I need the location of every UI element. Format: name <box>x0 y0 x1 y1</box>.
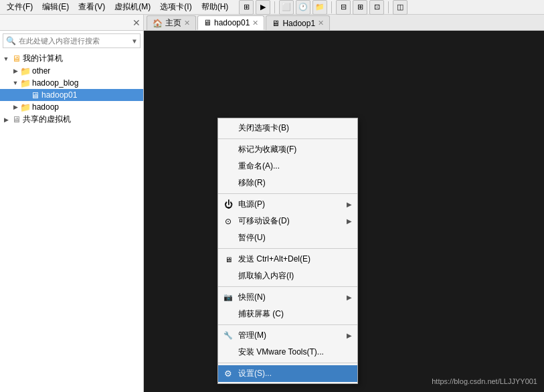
menu-edit[interactable]: 编辑(E) <box>38 0 73 14</box>
ctx-manage-icon: 🔧 <box>222 330 234 342</box>
folder-icon-other: 📁 <box>20 66 31 76</box>
ctx-pause[interactable]: 暂停(U) <box>218 229 357 246</box>
toolbar-sep-3 <box>388 1 389 13</box>
vmware-window: 文件(F) 编辑(E) 查看(V) 虚拟机(M) 选项卡(I) 帮助(H) ⊞ … <box>0 0 544 392</box>
tab-hadoop1-label: Hadoop1 <box>282 19 315 28</box>
main-area: ✕ 🔍 ▼ ▼ 🖥 我的计算机 ▶ 📁 o <box>0 15 544 392</box>
tab-home[interactable]: 🏠 主页 ✕ <box>147 15 196 30</box>
tab-hadoop01[interactable]: 🖥 hadoop01 ✕ <box>197 15 264 30</box>
search-input[interactable] <box>19 37 129 45</box>
tree-item-shared-vms[interactable]: ▶ 🖥 共享的虚拟机 <box>0 113 143 126</box>
ctx-removable-label: 可移动设备(D) <box>238 215 290 227</box>
tab-hadoop1-icon: 🖥 <box>272 19 280 28</box>
tab-home-close[interactable]: ✕ <box>184 19 190 27</box>
expand-icon-hadoop01 <box>20 90 29 100</box>
ctx-manage-arrow: ▶ <box>347 332 352 339</box>
toolbar-btn-8[interactable]: ⊡ <box>369 0 384 15</box>
ctx-manage[interactable]: 🔧 管理(M) ▶ <box>218 327 357 344</box>
tree-item-hadoop01[interactable]: 🖥 hadoop01 <box>0 89 143 101</box>
tabs-bar: 🏠 主页 ✕ 🖥 hadoop01 ✕ 🖥 Hadoop1 ✕ <box>144 15 544 31</box>
search-icon: 🔍 <box>3 36 19 45</box>
expand-icon-other: ▶ <box>11 66 20 76</box>
tab-hadoop1-close[interactable]: ✕ <box>318 19 324 27</box>
sidebar-close-button[interactable]: ✕ <box>132 17 141 28</box>
menu-bar: 文件(F) 编辑(E) 查看(V) 虚拟机(M) 选项卡(I) 帮助(H) ⊞ … <box>0 0 544 15</box>
menu-help[interactable]: 帮助(H) <box>197 0 233 14</box>
ctx-settings[interactable]: ⚙ 设置(S)... <box>218 365 357 382</box>
ctx-power-label: 电源(P) <box>238 199 265 210</box>
menu-view[interactable]: 查看(V) <box>74 0 109 14</box>
ctx-power-icon: ⏻ <box>222 199 234 211</box>
toolbar-btn-6[interactable]: ⊟ <box>336 0 351 15</box>
expand-icon-shared-vms: ▶ <box>1 115 11 124</box>
ctx-settings-icon: ⚙ <box>222 368 234 380</box>
ctx-power-arrow: ▶ <box>347 201 352 208</box>
tree-label-other: other <box>32 66 50 76</box>
ctx-remove-label: 移除(R) <box>238 177 266 189</box>
ctx-sep-1 <box>218 138 357 139</box>
sidebar-header: ✕ <box>0 15 143 31</box>
ctx-power[interactable]: ⏻ 电源(P) ▶ <box>218 196 357 213</box>
tab-hadoop01-label: hadoop01 <box>214 18 250 27</box>
ctx-send-cad[interactable]: 🖥 发送 Ctrl+Alt+Del(E) <box>218 251 357 268</box>
toolbar-btn-7[interactable]: ⊞ <box>353 0 367 15</box>
sidebar: ✕ 🔍 ▼ ▼ 🖥 我的计算机 ▶ 📁 o <box>0 15 144 392</box>
shared-icon: 🖥 <box>11 114 21 125</box>
tree-label-shared-vms: 共享的虚拟机 <box>23 114 71 125</box>
ctx-snapshot-label: 快照(N) <box>238 292 266 303</box>
menu-vm[interactable]: 虚拟机(M) <box>110 0 155 14</box>
ctx-capture-screen[interactable]: 捕获屏幕 (C) <box>218 306 357 322</box>
context-menu: 关闭选项卡(B) 标记为收藏项(F) 重命名(A)... 移除(R) ⏻ <box>217 118 358 384</box>
toolbar-sep-1 <box>274 1 275 13</box>
toolbar-btn-9[interactable]: ◫ <box>393 0 407 15</box>
expand-icon-hadoop-blog: ▼ <box>11 78 20 88</box>
tab-home-icon: 🏠 <box>153 19 163 28</box>
search-dropdown-icon[interactable]: ▼ <box>129 37 140 45</box>
tree-item-hadoop[interactable]: ▶ 📁 hadoop <box>0 101 143 113</box>
ctx-removable[interactable]: ⊙ 可移动设备(D) ▶ <box>218 213 357 229</box>
ctx-grab-input-label: 抓取输入内容(I) <box>238 270 294 282</box>
ctx-removable-icon: ⊙ <box>222 215 234 227</box>
tab-hadoop1[interactable]: 🖥 Hadoop1 ✕ <box>266 15 330 30</box>
search-box: 🔍 ▼ <box>3 33 141 48</box>
ctx-removable-arrow: ▶ <box>347 217 352 225</box>
tab-hadoop01-close[interactable]: ✕ <box>252 19 258 27</box>
tree-item-my-computer[interactable]: ▼ 🖥 我的计算机 <box>0 52 143 65</box>
ctx-rename[interactable]: 重命名(A)... <box>218 158 357 175</box>
ctx-sep-2 <box>218 193 357 194</box>
tree-label-my-computer: 我的计算机 <box>23 53 63 64</box>
tree-item-hadoop-blog[interactable]: ▼ 📁 hadoop_blog <box>0 77 143 89</box>
tree-label-hadoop-blog: hadoop_blog <box>32 78 78 88</box>
tab-hadoop01-icon: 🖥 <box>203 18 211 27</box>
toolbar-btn-2[interactable]: ▶ <box>256 0 270 15</box>
toolbar-btn-1[interactable]: ⊞ <box>239 0 254 15</box>
file-tree: ▼ 🖥 我的计算机 ▶ 📁 other ▼ 📁 hadoop_blog <box>0 51 143 392</box>
folder-icon-my-computer: 🖥 <box>11 54 21 64</box>
ctx-bookmark-label: 标记为收藏项(F) <box>238 144 296 155</box>
right-panel: 🏠 主页 ✕ 🖥 hadoop01 ✕ 🖥 Hadoop1 ✕ <box>144 15 544 392</box>
ctx-sep-6 <box>218 363 357 363</box>
ctx-settings-label: 设置(S)... <box>238 368 272 379</box>
ctx-send-cad-icon: 🖥 <box>222 254 234 266</box>
tree-label-hadoop: hadoop <box>32 102 59 112</box>
folder-icon-hadoop: 📁 <box>20 102 31 112</box>
expand-icon-my-computer: ▼ <box>1 54 11 64</box>
ctx-pause-label: 暂停(U) <box>238 232 266 243</box>
ctx-grab-input[interactable]: 抓取输入内容(I) <box>218 268 357 284</box>
toolbar-btn-3[interactable]: ⬜ <box>279 0 294 15</box>
ctx-remove[interactable]: 移除(R) <box>218 175 357 191</box>
ctx-capture-screen-label: 捕获屏幕 (C) <box>238 308 284 320</box>
ctx-close-tab[interactable]: 关闭选项卡(B) <box>218 120 357 136</box>
toolbar-btn-4[interactable]: 🕐 <box>296 0 310 15</box>
menu-tab[interactable]: 选项卡(I) <box>156 0 195 14</box>
menu-file[interactable]: 文件(F) <box>3 0 37 14</box>
ctx-snapshot[interactable]: 📷 快照(N) ▶ <box>218 289 357 306</box>
ctx-install-tools[interactable]: 安装 VMware Tools(T)... <box>218 344 357 361</box>
tree-item-other[interactable]: ▶ 📁 other <box>0 65 143 77</box>
toolbar-sep-2 <box>331 1 332 13</box>
ctx-bookmark[interactable]: 标记为收藏项(F) <box>218 141 357 158</box>
toolbar-btn-5[interactable]: 📁 <box>312 0 327 15</box>
ctx-install-tools-label: 安装 VMware Tools(T)... <box>238 347 324 358</box>
vm-content-area[interactable]: 关闭选项卡(B) 标记为收藏项(F) 重命名(A)... 移除(R) ⏻ <box>144 31 544 392</box>
expand-icon-hadoop: ▶ <box>11 102 20 112</box>
